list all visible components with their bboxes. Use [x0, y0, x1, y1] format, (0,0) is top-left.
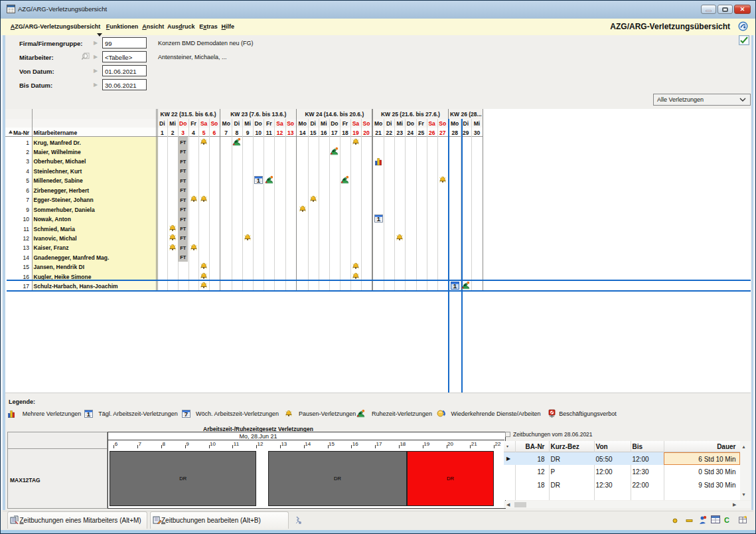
svg-text:1: 1	[257, 177, 261, 184]
svg-text:1: 1	[453, 282, 457, 290]
svg-text:1: 1	[87, 410, 91, 418]
svg-text:1: 1	[376, 215, 380, 222]
svg-text:7: 7	[185, 410, 188, 418]
